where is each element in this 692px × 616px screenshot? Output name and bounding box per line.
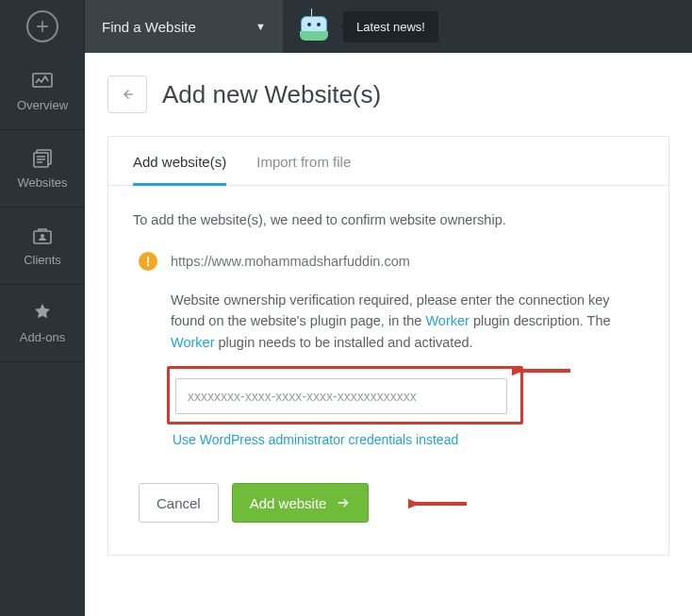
news-area: Latest news!: [283, 0, 438, 53]
back-button[interactable]: [107, 75, 147, 113]
cancel-button[interactable]: Cancel: [139, 483, 219, 523]
cancel-label: Cancel: [157, 495, 201, 511]
intro-text: To add the website(s), we need to confir…: [133, 212, 644, 227]
sidebar-item-label: Clients: [24, 253, 61, 267]
site-url: https://www.mohammadsharfuddin.com: [171, 254, 410, 269]
chevron-down-icon: ▼: [255, 21, 266, 32]
annotation-arrow-icon: [512, 361, 572, 380]
sidebar-item-label: Websites: [17, 175, 67, 190]
page-header: Add new Website(s): [107, 75, 669, 113]
page-title: Add new Website(s): [162, 80, 381, 109]
worker-link-2[interactable]: Worker: [171, 335, 214, 350]
site-row: ! https://www.mohammadsharfuddin.com: [139, 252, 644, 271]
connection-key-input[interactable]: [175, 378, 507, 414]
verify-mid: plugin description. The: [470, 313, 611, 328]
main-content: Add new Website(s) Add website(s) Import…: [85, 53, 692, 616]
use-wp-admin-credentials: Use WordPress administrator credentials …: [173, 432, 644, 447]
tab-label: Add website(s): [133, 154, 226, 170]
sidebar-item-addons[interactable]: Add-ons: [0, 285, 85, 362]
sidebar-item-label: Overview: [17, 98, 68, 112]
verification-text: Website ownership verification required,…: [171, 290, 644, 353]
find-website-label: Find a Website: [102, 19, 196, 35]
topbar: Find a Website ▼ Latest news!: [0, 0, 692, 53]
websites-icon: [30, 147, 55, 170]
news-label: Latest news!: [356, 20, 425, 34]
tab-label: Import from file: [256, 154, 351, 170]
clients-icon: [30, 225, 55, 247]
tabs: Add website(s) Import from file: [108, 137, 668, 186]
add-website-button[interactable]: Add website: [232, 483, 370, 523]
actions: Cancel Add website: [139, 483, 644, 523]
overview-icon: [30, 70, 55, 92]
latest-news-button[interactable]: Latest news!: [343, 11, 438, 42]
connection-key-highlight: [167, 366, 523, 425]
addons-icon: [30, 302, 55, 325]
add-website-card: Add website(s) Import from file To add t…: [107, 136, 669, 556]
verify-post: plugin needs to be installed and activat…: [214, 335, 472, 350]
plus-icon: [26, 10, 58, 42]
alt-link[interactable]: Use WordPress administrator credentials …: [173, 432, 458, 447]
arrow-right-icon: [336, 495, 351, 510]
arrow-left-icon: [119, 86, 136, 103]
svg-point-4: [41, 234, 44, 238]
warning-icon: !: [139, 252, 157, 271]
sidebar-item-overview[interactable]: Overview: [0, 53, 85, 130]
annotation-arrow-icon: [408, 494, 469, 513]
panel-add-website: To add the website(s), we need to confir…: [108, 186, 668, 555]
add-new-button[interactable]: [0, 0, 85, 53]
add-website-label: Add website: [250, 495, 327, 511]
tab-import-file[interactable]: Import from file: [256, 137, 351, 185]
sidebar-item-label: Add-ons: [20, 330, 65, 344]
sidebar-item-clients[interactable]: Clients: [0, 208, 85, 285]
tab-add-websites[interactable]: Add website(s): [133, 137, 226, 186]
sidebar: Overview Websites Clients Add-ons: [0, 53, 85, 616]
find-website-dropdown[interactable]: Find a Website ▼: [85, 0, 283, 53]
worker-link-1[interactable]: Worker: [425, 313, 469, 328]
robot-mascot-icon: [298, 10, 330, 42]
sidebar-item-websites[interactable]: Websites: [0, 130, 85, 208]
